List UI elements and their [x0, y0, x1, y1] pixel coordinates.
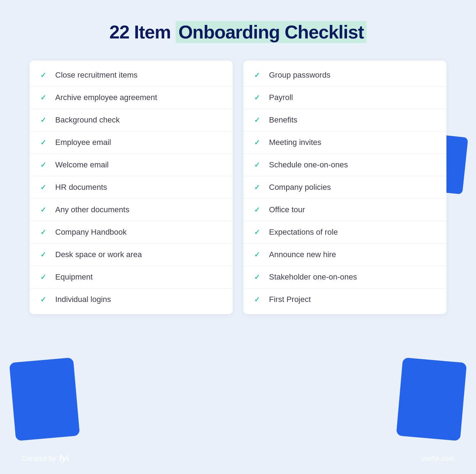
check-icon: ✓: [40, 183, 49, 192]
title-section: 22 Item Onboarding Checklist: [109, 21, 367, 43]
list-item: ✓ Welcome email: [30, 154, 233, 176]
left-checklist-card: ✓ Close recruitment items ✓ Archive empl…: [30, 61, 233, 314]
item-text: Payroll: [269, 93, 293, 102]
item-text: Group passwords: [269, 71, 330, 80]
check-icon: ✓: [254, 183, 263, 192]
footer-left: Created by fyi: [21, 453, 69, 463]
list-item: ✓ Individual logins: [30, 288, 233, 311]
list-item: ✓ Employee email: [30, 131, 233, 154]
list-item: ✓ First Project: [243, 288, 446, 311]
item-text: Background check: [55, 115, 120, 125]
item-text: Archive employee agreement: [55, 93, 157, 102]
footer: Created by fyi usefyi.com: [0, 453, 476, 463]
list-item: ✓ Expectations of role: [243, 221, 446, 244]
list-item: ✓ Payroll: [243, 87, 446, 109]
item-text: Desk space or work area: [55, 250, 142, 259]
item-text: Any other documents: [55, 205, 129, 214]
list-item: ✓ Schedule one-on-ones: [243, 154, 446, 176]
list-item: ✓ Background check: [30, 109, 233, 131]
item-text: Office tour: [269, 205, 305, 214]
item-text: Company policies: [269, 183, 331, 192]
item-text: Benefits: [269, 115, 298, 125]
check-icon: ✓: [40, 228, 49, 236]
list-item: ✓ HR documents: [30, 176, 233, 199]
item-text: Equipment: [55, 272, 93, 282]
title-part2-highlight: Onboarding Checklist: [176, 21, 367, 43]
check-icon: ✓: [40, 295, 49, 304]
list-item: ✓ Office tour: [243, 199, 446, 221]
check-icon: ✓: [254, 161, 263, 169]
check-icon: ✓: [254, 228, 263, 236]
list-item: ✓ Close recruitment items: [30, 64, 233, 87]
page-title: 22 Item Onboarding Checklist: [109, 21, 367, 43]
item-text: Stakeholder one-on-ones: [269, 272, 357, 282]
check-icon: ✓: [254, 205, 263, 214]
checklist-container: ✓ Close recruitment items ✓ Archive empl…: [30, 61, 446, 314]
check-icon: ✓: [254, 250, 263, 259]
list-item: ✓ Announce new hire: [243, 244, 446, 266]
check-icon: ✓: [254, 116, 263, 124]
check-icon: ✓: [254, 295, 263, 304]
title-part1: 22 Item: [109, 22, 176, 42]
list-item: ✓ Group passwords: [243, 64, 446, 87]
item-text: Announce new hire: [269, 250, 336, 259]
item-text: Individual logins: [55, 295, 111, 304]
decorative-shape-right: [396, 358, 467, 441]
item-text: Schedule one-on-ones: [269, 160, 348, 170]
right-checklist-card: ✓ Group passwords ✓ Payroll ✓ Benefits ✓…: [243, 61, 446, 314]
footer-brand: fyi: [59, 453, 69, 463]
check-icon: ✓: [40, 71, 49, 79]
check-icon: ✓: [40, 93, 49, 102]
list-item: ✓ Archive employee agreement: [30, 87, 233, 109]
check-icon: ✓: [40, 205, 49, 214]
list-item: ✓ Company Handbook: [30, 221, 233, 244]
item-text: First Project: [269, 295, 311, 304]
list-item: ✓ Meeting invites: [243, 131, 446, 154]
check-icon: ✓: [40, 161, 49, 169]
check-icon: ✓: [40, 250, 49, 259]
check-icon: ✓: [40, 138, 49, 147]
item-text: Welcome email: [55, 160, 109, 170]
item-text: HR documents: [55, 183, 107, 192]
check-icon: ✓: [254, 71, 263, 79]
check-icon: ✓: [254, 93, 263, 102]
list-item: ✓ Equipment: [30, 266, 233, 288]
check-icon: ✓: [40, 273, 49, 281]
item-text: Employee email: [55, 138, 111, 147]
footer-created-text: Created by: [21, 454, 56, 463]
check-icon: ✓: [254, 138, 263, 147]
list-item: ✓ Desk space or work area: [30, 244, 233, 266]
list-item: ✓ Company policies: [243, 176, 446, 199]
list-item: ✓ Any other documents: [30, 199, 233, 221]
item-text: Meeting invites: [269, 138, 321, 147]
item-text: Expectations of role: [269, 228, 338, 237]
check-icon: ✓: [254, 273, 263, 281]
list-item: ✓ Benefits: [243, 109, 446, 131]
check-icon: ✓: [40, 116, 49, 124]
footer-website: usefyi.com: [420, 454, 455, 463]
item-text: Company Handbook: [55, 228, 127, 237]
decorative-shape-left: [9, 358, 80, 441]
list-item: ✓ Stakeholder one-on-ones: [243, 266, 446, 288]
item-text: Close recruitment items: [55, 71, 138, 80]
